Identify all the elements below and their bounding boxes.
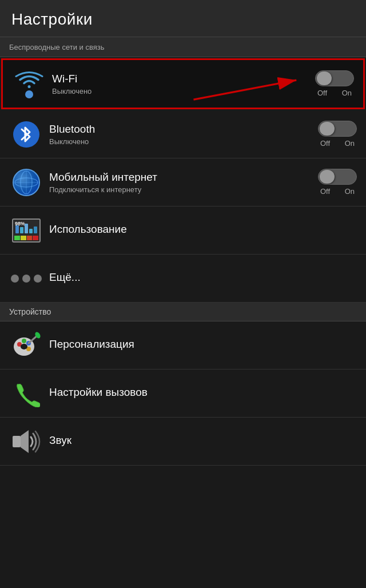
sound-title: Звук [49,434,357,447]
wifi-subtitle: Выключено [52,87,309,96]
bluetooth-toggle-labels: Off On [318,139,357,148]
app-header: Настройки [0,0,366,37]
bluetooth-on-label: On [345,139,355,148]
more-text-container: Ещё... [49,271,357,285]
mobile-text-container: Мобильный интернет Подключиться к интерн… [49,171,312,194]
bluetooth-toggle[interactable]: Off On [318,121,357,148]
phone-icon [13,380,40,407]
mobile-toggle-labels: Off On [318,187,357,196]
mobile-off-label: Off [320,187,330,196]
wifi-icon-container [12,68,46,100]
bluetooth-title: Bluetooth [49,123,312,136]
svg-rect-14 [13,436,21,447]
mobile-title: Мобильный интернет [49,171,312,184]
usage-icon-container: 98% [9,214,43,246]
call-settings-title: Настройки вызовов [49,386,357,399]
personalization-title: Персонализация [49,338,357,351]
usage-text-container: Использование [49,223,357,237]
usage-item[interactable]: 98% Использование [0,206,366,255]
wifi-toggle-switch[interactable] [315,70,354,86]
mobile-toggle-switch[interactable] [318,169,357,185]
sound-item[interactable]: Звук [0,418,366,466]
svg-marker-15 [21,430,29,453]
wifi-off-label: Off [317,89,327,97]
wifi-toggle[interactable]: Off On [315,70,354,97]
call-settings-item[interactable]: Настройки вызовов [0,370,366,418]
svg-point-11 [21,344,27,349]
bluetooth-subtitle: Выключено [49,137,312,146]
sound-icon-container [9,426,43,457]
usage-icon: 98% [12,218,41,243]
bluetooth-item[interactable]: Bluetooth Выключено Off On [0,110,366,158]
wifi-item[interactable]: Wi-Fi Выключено Off On [1,58,365,109]
bluetooth-text-container: Bluetooth Выключено [49,123,312,146]
bluetooth-toggle-switch[interactable] [318,121,357,137]
device-header-text: Устройство [9,307,51,316]
wifi-on-label: On [342,89,352,97]
wireless-header-text: Беспроводные сети и связь [9,43,104,51]
call-settings-text: Настройки вызовов [49,386,357,400]
globe-icon [13,169,40,196]
personalization-icon-container [9,329,43,361]
bluetooth-off-label: Off [320,139,330,148]
page-title: Настройки [11,10,93,28]
more-icon-container [9,263,43,294]
more-item[interactable]: Ещё... [0,255,366,303]
usage-title: Использование [49,223,357,236]
mobile-on-label: On [345,187,355,196]
wifi-toggle-labels: Off On [315,89,354,97]
mobile-internet-item[interactable]: Мобильный интернет Подключиться к интерн… [0,158,366,206]
personalization-text: Персонализация [49,338,357,352]
wifi-text-container: Wi-Fi Выключено [52,73,309,96]
mobile-toggle[interactable]: Off On [318,169,357,196]
mobile-icon-container [9,166,43,198]
wireless-section-header: Беспроводные сети и связь [0,37,366,57]
more-dots-icon [11,275,42,283]
app-container: Настройки Беспроводные сети и связь Wi-F… [0,0,366,466]
mobile-subtitle: Подключиться к интернету [49,185,312,194]
more-title: Ещё... [49,271,357,284]
wifi-dot [25,90,33,98]
device-section-header: Устройство [0,303,366,321]
wifi-icon [15,70,43,98]
palette-icon [11,331,41,360]
call-icon-container [9,378,43,409]
bluetooth-icon [13,121,39,148]
wifi-title: Wi-Fi [52,73,309,85]
sound-icon [11,428,41,455]
svg-point-8 [22,339,26,343]
bluetooth-icon-container [9,118,43,150]
personalization-item[interactable]: Персонализация [0,321,366,370]
sound-text: Звук [49,434,357,448]
